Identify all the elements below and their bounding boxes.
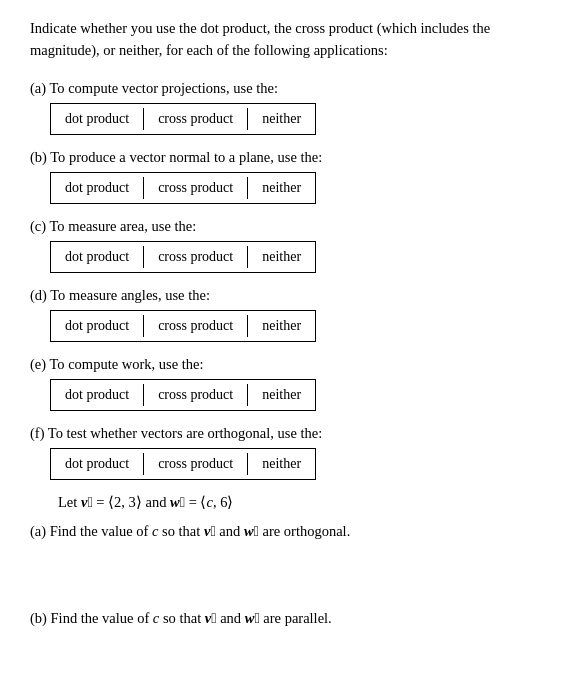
- choice-box-1[interactable]: dot productcross productneither: [50, 172, 316, 204]
- dot-product-option-0[interactable]: dot product: [51, 109, 143, 129]
- choice-box-2[interactable]: dot productcross productneither: [50, 241, 316, 273]
- cross-product-option-1[interactable]: cross product: [144, 178, 247, 198]
- sub-question-b: (b) Find the value of c so that v⃗ and w…: [30, 610, 538, 627]
- neither-option-1[interactable]: neither: [248, 178, 315, 198]
- w-vector: w⃗: [170, 494, 185, 510]
- question-label-4: (e) To compute work, use the:: [30, 356, 538, 373]
- question-label-3: (d) To measure angles, use the:: [30, 287, 538, 304]
- sub-label-b: (b): [30, 610, 47, 626]
- neither-option-2[interactable]: neither: [248, 247, 315, 267]
- question-block-1: (b) To produce a vector normal to a plan…: [30, 149, 538, 204]
- intro-paragraph: Indicate whether you use the dot product…: [30, 20, 490, 58]
- answer-area-a: [30, 550, 538, 610]
- question-block-0: (a) To compute vector projections, use t…: [30, 80, 538, 135]
- cross-product-option-4[interactable]: cross product: [144, 385, 247, 405]
- let-block: Let v⃗ = ⟨2, 3⟩ and w⃗ = ⟨c, 6⟩: [30, 494, 538, 511]
- cross-product-option-2[interactable]: cross product: [144, 247, 247, 267]
- questions-section: (a) To compute vector projections, use t…: [30, 80, 538, 480]
- v-vector: v⃗: [81, 494, 93, 510]
- dot-product-option-4[interactable]: dot product: [51, 385, 143, 405]
- sub-label-a: (a): [30, 523, 46, 539]
- question-block-4: (e) To compute work, use the:dot product…: [30, 356, 538, 411]
- choice-box-4[interactable]: dot productcross productneither: [50, 379, 316, 411]
- choice-box-5[interactable]: dot productcross productneither: [50, 448, 316, 480]
- question-label-0: (a) To compute vector projections, use t…: [30, 80, 538, 97]
- sub-question-a: (a) Find the value of c so that v⃗ and w…: [30, 523, 538, 540]
- choice-box-0[interactable]: dot productcross productneither: [50, 103, 316, 135]
- cross-product-option-3[interactable]: cross product: [144, 316, 247, 336]
- neither-option-0[interactable]: neither: [248, 109, 315, 129]
- dot-product-option-3[interactable]: dot product: [51, 316, 143, 336]
- question-label-1: (b) To produce a vector normal to a plan…: [30, 149, 538, 166]
- question-label-5: (f) To test whether vectors are orthogon…: [30, 425, 538, 442]
- question-label-2: (c) To measure area, use the:: [30, 218, 538, 235]
- neither-option-5[interactable]: neither: [248, 454, 315, 474]
- neither-option-3[interactable]: neither: [248, 316, 315, 336]
- cross-product-option-0[interactable]: cross product: [144, 109, 247, 129]
- dot-product-option-5[interactable]: dot product: [51, 454, 143, 474]
- dot-product-option-1[interactable]: dot product: [51, 178, 143, 198]
- question-block-3: (d) To measure angles, use the:dot produ…: [30, 287, 538, 342]
- question-block-5: (f) To test whether vectors are orthogon…: [30, 425, 538, 480]
- dot-product-option-2[interactable]: dot product: [51, 247, 143, 267]
- cross-product-option-5[interactable]: cross product: [144, 454, 247, 474]
- question-block-2: (c) To measure area, use the:dot product…: [30, 218, 538, 273]
- intro-text: Indicate whether you use the dot product…: [30, 18, 538, 62]
- choice-box-3[interactable]: dot productcross productneither: [50, 310, 316, 342]
- neither-option-4[interactable]: neither: [248, 385, 315, 405]
